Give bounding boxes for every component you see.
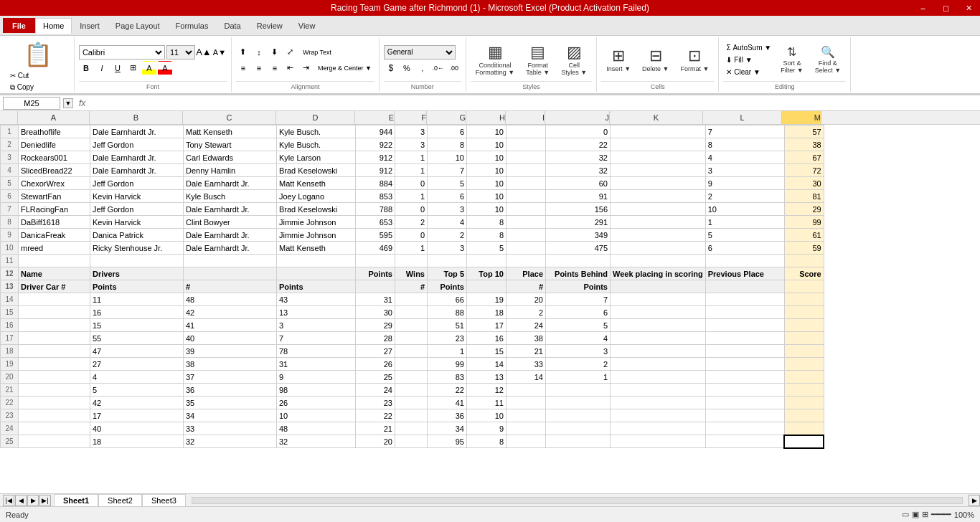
- cell-d3[interactable]: Kyle Larson: [277, 151, 356, 164]
- cell-a8[interactable]: DaBiff1618: [19, 216, 90, 229]
- cell-k10[interactable]: [611, 242, 706, 255]
- view-page-break-icon[interactable]: ⊞: [922, 510, 928, 519]
- cell-h13[interactable]: [467, 280, 507, 293]
- cell-m25[interactable]: [784, 435, 824, 448]
- col-header-d[interactable]: D: [276, 111, 355, 124]
- italic-button[interactable]: I: [95, 61, 109, 75]
- cell-a1[interactable]: Breathoflife: [19, 125, 90, 138]
- cell-i5[interactable]: [507, 177, 546, 190]
- sheet-tab-2[interactable]: Sheet2: [98, 494, 142, 506]
- cell-m5[interactable]: 30: [784, 177, 824, 190]
- cell-k22[interactable]: [611, 397, 706, 409]
- cell-i6[interactable]: [507, 190, 546, 203]
- cell-b11[interactable]: [90, 255, 184, 267]
- cell-g8[interactable]: 4: [428, 216, 467, 229]
- cell-b15[interactable]: 16: [90, 306, 184, 319]
- cell-g2[interactable]: 8: [428, 138, 467, 151]
- row-number[interactable]: 5: [1, 177, 19, 190]
- cell-b2[interactable]: Jeff Gordon: [90, 138, 184, 151]
- cell-i14[interactable]: 20: [507, 293, 546, 306]
- cell-l8[interactable]: 1: [705, 216, 784, 229]
- cell-i12[interactable]: Place: [507, 267, 546, 280]
- cell-e1[interactable]: 944: [356, 125, 395, 138]
- cell-i17[interactable]: 38: [507, 332, 546, 345]
- cell-m21[interactable]: [784, 384, 824, 397]
- cell-i8[interactable]: [507, 216, 546, 229]
- cell-m19[interactable]: [784, 358, 824, 371]
- cell-l24[interactable]: [705, 422, 784, 435]
- cell-k21[interactable]: [611, 384, 706, 397]
- cell-d11[interactable]: [277, 255, 356, 267]
- cell-h11[interactable]: [467, 255, 507, 267]
- merge-center-button[interactable]: Merge & Center ▼: [315, 61, 374, 75]
- tab-formulas[interactable]: Formulas: [168, 18, 217, 33]
- cell-e11[interactable]: [356, 255, 395, 267]
- col-header-c[interactable]: C: [183, 111, 276, 124]
- cell-l15[interactable]: [705, 306, 784, 319]
- cell-d24[interactable]: 48: [277, 422, 356, 435]
- col-header-j[interactable]: J: [545, 111, 610, 124]
- cell-h20[interactable]: 13: [467, 371, 507, 384]
- cell-g17[interactable]: 23: [428, 332, 467, 345]
- row-number[interactable]: 21: [1, 384, 19, 397]
- cell-c11[interactable]: [184, 255, 277, 267]
- cell-c6[interactable]: Kyle Busch: [184, 190, 277, 203]
- font-size-select[interactable]: 11: [166, 45, 195, 60]
- cell-h5[interactable]: 10: [467, 177, 507, 190]
- cell-i15[interactable]: 2: [507, 306, 546, 319]
- cell-b7[interactable]: Jeff Gordon: [90, 203, 184, 216]
- cell-k13[interactable]: [611, 280, 706, 293]
- cell-g15[interactable]: 88: [428, 306, 467, 319]
- decrease-font-button[interactable]: A▼: [212, 45, 227, 60]
- cell-k20[interactable]: [611, 371, 706, 384]
- cell-h12[interactable]: Top 10: [467, 267, 507, 280]
- cut-button[interactable]: ✂ Cut: [7, 70, 70, 81]
- insert-button[interactable]: ⊞ Insert ▼: [601, 40, 636, 80]
- cell-k16[interactable]: [611, 319, 706, 332]
- cell-i18[interactable]: 21: [507, 345, 546, 358]
- cell-m13[interactable]: [784, 280, 824, 293]
- cell-f6[interactable]: 1: [395, 190, 428, 203]
- close-button[interactable]: ✕: [957, 0, 980, 16]
- cell-l6[interactable]: 2: [705, 190, 784, 203]
- cell-d20[interactable]: 9: [277, 371, 356, 384]
- cell-d10[interactable]: Matt Kenseth: [277, 242, 356, 255]
- number-format-select[interactable]: General: [384, 45, 456, 60]
- cell-e2[interactable]: 922: [356, 138, 395, 151]
- cell-k11[interactable]: [611, 255, 706, 267]
- cell-a21[interactable]: [19, 384, 90, 397]
- cell-a6[interactable]: StewartFan: [19, 190, 90, 203]
- col-header-l[interactable]: L: [703, 111, 782, 124]
- sort-filter-button[interactable]: ⇅ Sort &Filter ▼: [776, 44, 808, 77]
- cell-e22[interactable]: 23: [356, 397, 395, 409]
- cell-l23[interactable]: [705, 409, 784, 422]
- cell-f11[interactable]: [395, 255, 428, 267]
- cell-k14[interactable]: [611, 293, 706, 306]
- cell-l11[interactable]: [705, 255, 784, 267]
- cell-d21[interactable]: 98: [277, 384, 356, 397]
- cell-g7[interactable]: 3: [428, 203, 467, 216]
- cell-f17[interactable]: [395, 332, 428, 345]
- tab-review[interactable]: Review: [249, 18, 291, 33]
- row-number[interactable]: 2: [1, 138, 19, 151]
- cell-i22[interactable]: [507, 397, 546, 409]
- cell-b5[interactable]: Jeff Gordon: [90, 177, 184, 190]
- border-button[interactable]: ⊞: [126, 61, 141, 75]
- cell-h25[interactable]: 8: [467, 435, 507, 448]
- conditional-formatting-button[interactable]: ▦ ConditionalFormatting ▼: [471, 40, 519, 80]
- cell-k23[interactable]: [611, 409, 706, 422]
- cell-h8[interactable]: 8: [467, 216, 507, 229]
- cell-i9[interactable]: [507, 229, 546, 242]
- cell-i20[interactable]: 14: [507, 371, 546, 384]
- cell-g1[interactable]: 6: [428, 125, 467, 138]
- cell-f5[interactable]: 0: [395, 177, 428, 190]
- cell-d9[interactable]: Jimmie Johnson: [277, 229, 356, 242]
- cell-c13[interactable]: #: [184, 280, 277, 293]
- cell-c16[interactable]: 41: [184, 319, 277, 332]
- row-number[interactable]: 23: [1, 409, 19, 422]
- cell-j21[interactable]: [546, 384, 611, 397]
- cell-j4[interactable]: 32: [546, 164, 611, 177]
- cell-e14[interactable]: 31: [356, 293, 395, 306]
- cell-i16[interactable]: 24: [507, 319, 546, 332]
- tab-file[interactable]: File: [3, 18, 35, 33]
